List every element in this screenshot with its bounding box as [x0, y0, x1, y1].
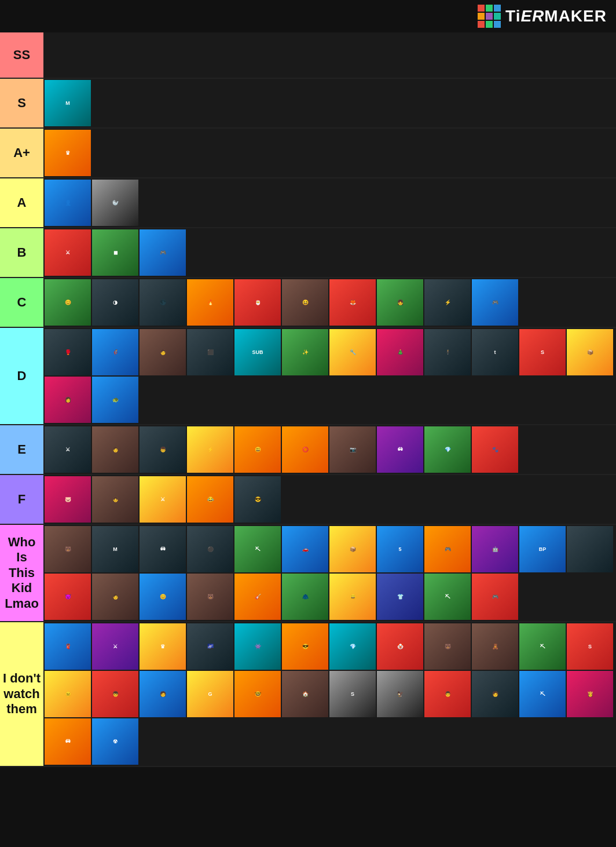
tier-item[interactable]: 🎸	[234, 574, 281, 620]
tier-item[interactable]: ♛	[45, 130, 91, 176]
tier-item[interactable]: 👦	[92, 671, 138, 717]
tier-item[interactable]: 🐻	[424, 623, 471, 670]
tier-item[interactable]: 🧣	[45, 623, 91, 670]
tier-item[interactable]: 👧	[377, 279, 423, 326]
tier-item[interactable]: 🎮	[472, 279, 518, 326]
tier-item[interactable]: ♛	[140, 623, 186, 670]
tier-item[interactable]: 🧑	[472, 671, 518, 717]
tier-item[interactable]: ⚫	[187, 526, 233, 572]
tier-item[interactable]: 🤖	[472, 526, 518, 572]
tier-item[interactable]: ⬛	[187, 329, 233, 375]
avatar: 👿	[45, 574, 91, 620]
tier-item[interactable]: ⛏	[519, 671, 566, 717]
tier-item[interactable]: 5	[377, 526, 423, 572]
tier-item[interactable]: 🕴	[424, 329, 471, 375]
avatar: 👾	[234, 623, 281, 670]
tier-item[interactable]: 🎮	[140, 229, 186, 276]
tier-item[interactable]: 👨	[424, 671, 471, 717]
tier-item[interactable]: 🤡	[377, 623, 423, 670]
tier-item[interactable]: ⚡	[424, 279, 471, 326]
avatar: 🧑	[92, 574, 138, 620]
tier-item[interactable]: 🔥	[187, 279, 233, 326]
tier-item[interactable]: 🎅	[234, 279, 281, 326]
tier-item[interactable]: 📦	[329, 526, 376, 572]
tier-item[interactable]: ⚔	[140, 476, 186, 523]
tier-item[interactable]: 🧥	[282, 574, 328, 620]
tier-item[interactable]: 📷	[329, 426, 376, 473]
tier-item[interactable]: 🥊	[45, 329, 91, 375]
tier-item[interactable]: S	[519, 329, 566, 375]
tier-item[interactable]: 🔧	[329, 329, 376, 375]
tier-item[interactable]: 😎	[234, 476, 281, 523]
tier-item[interactable]: 🧸	[472, 623, 518, 670]
tier-item[interactable]: 😊	[140, 574, 186, 620]
tier-item[interactable]: 🦅	[377, 671, 423, 717]
tier-item[interactable]: 🏠	[282, 671, 328, 717]
tier-list: SSSMA+♛A👤🦭B⚔◼🎮C😊◑🌑🔥🎅😆🦊👧⚡🎮D🥊🦸🧑⬛SUB✨🔧🎄🕴tS📦…	[0, 32, 616, 767]
tier-item[interactable]: 👤	[45, 180, 91, 226]
tier-item[interactable]: 🕶	[377, 426, 423, 473]
tier-item[interactable]: 😎	[282, 623, 328, 670]
tier-item[interactable]: 🧑	[140, 671, 186, 717]
tier-item[interactable]: 😃	[234, 426, 281, 473]
avatar: 🎸	[234, 574, 281, 620]
tier-item[interactable]: ⛏	[234, 526, 281, 572]
tier-item[interactable]: ☢	[92, 718, 138, 765]
tier-item[interactable]: 🕶	[140, 526, 186, 572]
tier-item[interactable]: 🎮	[424, 526, 471, 572]
tier-item[interactable]: ◼	[92, 229, 138, 276]
tier-item[interactable]: 🦊	[329, 279, 376, 326]
tier-item[interactable]: M	[45, 80, 91, 126]
tier-item[interactable]: 👧	[92, 476, 138, 523]
tier-item[interactable]: ⛏	[424, 574, 471, 620]
tier-item[interactable]: 📦	[567, 329, 613, 375]
tier-item[interactable]: 🦭	[92, 180, 138, 226]
tier-item[interactable]: 👸	[567, 671, 613, 717]
tier-item[interactable]: 😄	[329, 574, 376, 620]
tier-item[interactable]: 🧑	[92, 426, 138, 473]
tier-item[interactable]: ⚔	[92, 623, 138, 670]
tier-item[interactable]: 💎	[329, 623, 376, 670]
tier-item[interactable]: 🐾	[472, 426, 518, 473]
tier-item[interactable]: ⛏	[519, 623, 566, 670]
tier-item[interactable]: 👾	[234, 623, 281, 670]
tier-item[interactable]: 🎄	[377, 329, 423, 375]
tier-item[interactable]: 🕶	[45, 718, 91, 765]
tier-item[interactable]: ⭕	[282, 426, 328, 473]
tier-item[interactable]: ✨	[282, 329, 328, 375]
tier-item[interactable]: ⚔	[45, 229, 91, 276]
tier-item[interactable]: G	[187, 671, 233, 717]
tier-item[interactable]: 🐻	[187, 574, 233, 620]
avatar: 👕	[377, 574, 423, 620]
tier-item[interactable]: 💎	[424, 426, 471, 473]
tier-item[interactable]: 😂	[187, 476, 233, 523]
tier-item[interactable]: 😐	[45, 671, 91, 717]
tier-item[interactable]: 👩	[45, 377, 91, 423]
tier-item[interactable]: 😊	[45, 279, 91, 326]
tier-item[interactable]: 🌑	[140, 279, 186, 326]
tier-item[interactable]: SUB	[234, 329, 281, 375]
tier-item[interactable]: 🎮	[472, 574, 518, 620]
tier-item[interactable]: BP	[519, 526, 566, 572]
tier-item[interactable]: S	[567, 623, 613, 670]
tier-item[interactable]: 👦	[140, 426, 186, 473]
tier-item[interactable]: 🐻	[45, 526, 91, 572]
tier-item[interactable]: 😆	[282, 279, 328, 326]
tier-item[interactable]: t	[472, 329, 518, 375]
tier-item[interactable]: ◑	[92, 279, 138, 326]
tier-item[interactable]	[567, 526, 613, 572]
tier-item[interactable]: 🌌	[187, 623, 233, 670]
tier-item[interactable]: ⚔	[45, 426, 91, 473]
tier-item[interactable]: 👿	[45, 574, 91, 620]
tier-item[interactable]: 🦸	[92, 329, 138, 375]
tier-item[interactable]: 🐢	[92, 377, 138, 423]
tier-item[interactable]: 🧑	[140, 329, 186, 375]
tier-item[interactable]: 🤓	[234, 671, 281, 717]
tier-item[interactable]: ⚡	[187, 426, 233, 473]
tier-item[interactable]: 🚗	[282, 526, 328, 572]
tier-item[interactable]: M	[92, 526, 138, 572]
tier-item[interactable]: S	[329, 671, 376, 717]
tier-item[interactable]: 👕	[377, 574, 423, 620]
tier-item[interactable]: 🧑	[92, 574, 138, 620]
tier-item[interactable]: 🐷	[45, 476, 91, 523]
